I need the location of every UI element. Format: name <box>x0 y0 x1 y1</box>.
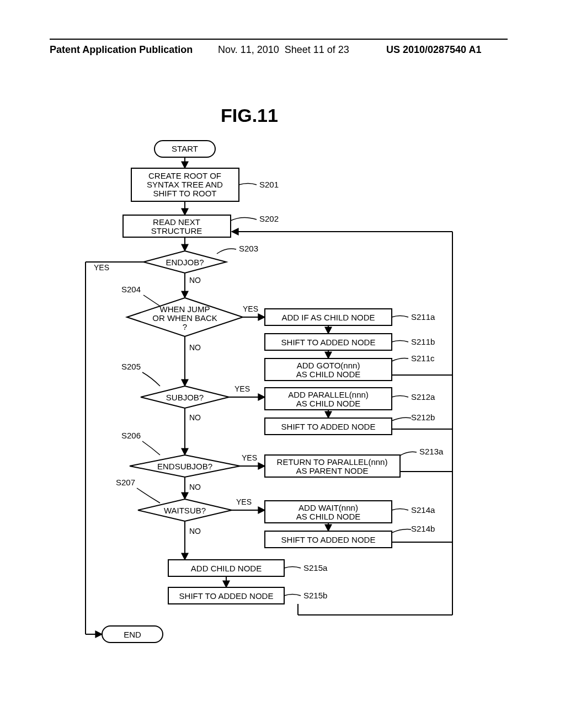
svg-text:ADD IF AS CHILD NODE: ADD IF AS CHILD NODE <box>281 313 375 322</box>
yes-s205: YES <box>234 384 250 393</box>
no-s204: NO <box>189 343 201 352</box>
yes-s206: YES <box>242 453 257 462</box>
svg-text:ADD CHILD NODE: ADD CHILD NODE <box>191 564 262 573</box>
svg-text:AS CHILD NODE: AS CHILD NODE <box>296 399 361 408</box>
svg-text:ADD GOTO(nnn): ADD GOTO(nnn) <box>297 361 360 370</box>
svg-text:ADD WAIT(nnn): ADD WAIT(nnn) <box>299 503 358 512</box>
svg-text:STRUCTURE: STRUCTURE <box>151 226 202 235</box>
label-s211b: S211b <box>411 337 435 346</box>
svg-text:ENDSUBJOB?: ENDSUBJOB? <box>157 462 212 471</box>
no-s207: NO <box>189 527 201 536</box>
label-s204: S204 <box>121 285 141 294</box>
svg-text:SHIFT TO ADDED NODE: SHIFT TO ADDED NODE <box>281 338 376 347</box>
svg-text:SUBJOB?: SUBJOB? <box>166 393 204 402</box>
svg-text:AS CHILD NODE: AS CHILD NODE <box>296 370 361 379</box>
svg-text:SHIFT TO ADDED NODE: SHIFT TO ADDED NODE <box>281 422 376 431</box>
svg-text:WAITSUB?: WAITSUB? <box>164 506 206 515</box>
yes-s204: YES <box>243 304 258 313</box>
no-s205: NO <box>189 413 201 422</box>
svg-text:ENDJOB?: ENDJOB? <box>166 258 204 267</box>
svg-text:WHEN JUMP: WHEN JUMP <box>160 304 210 314</box>
svg-text:AS PARENT NODE: AS PARENT NODE <box>296 466 368 475</box>
label-s207: S207 <box>116 478 135 487</box>
svg-text:OR WHEN BACK: OR WHEN BACK <box>152 313 217 323</box>
label-s211c: S211c <box>411 354 435 363</box>
label-s214b: S214b <box>411 524 435 533</box>
start-label: START <box>172 144 198 153</box>
no-s206: NO <box>189 483 201 491</box>
svg-text:SHIFT TO ADDED NODE: SHIFT TO ADDED NODE <box>179 591 274 601</box>
end-label: END <box>124 630 141 639</box>
svg-text:AS CHILD NODE: AS CHILD NODE <box>296 512 361 521</box>
svg-text:READ NEXT: READ NEXT <box>153 217 200 227</box>
svg-text:SYNTAX TREE AND: SYNTAX TREE AND <box>147 180 223 189</box>
label-s206: S206 <box>121 431 141 440</box>
label-s211a: S211a <box>411 312 435 322</box>
label-s212a: S212a <box>411 392 435 402</box>
label-s201: S201 <box>259 180 279 189</box>
svg-text:?: ? <box>183 322 187 331</box>
svg-text:CREATE ROOT OF: CREATE ROOT OF <box>148 171 221 180</box>
yes-s203: YES <box>94 263 109 272</box>
label-s215a: S215a <box>303 563 328 572</box>
label-s213a: S213a <box>419 447 444 456</box>
no-s203: NO <box>189 276 201 285</box>
label-s202: S202 <box>259 214 279 223</box>
label-s214a: S214a <box>411 505 435 515</box>
yes-s207: YES <box>236 497 252 506</box>
flowchart: START CREATE ROOT OF SYNTAX TREE AND SHI… <box>0 0 565 728</box>
label-s205: S205 <box>121 362 141 371</box>
svg-text:ADD PARALLEL(nnn): ADD PARALLEL(nnn) <box>288 390 369 399</box>
label-s215b: S215b <box>303 591 327 600</box>
svg-text:SHIFT TO ADDED NODE: SHIFT TO ADDED NODE <box>281 535 376 544</box>
svg-text:SHIFT TO ROOT: SHIFT TO ROOT <box>153 189 216 198</box>
label-s212b: S212b <box>411 413 435 422</box>
label-s203: S203 <box>239 244 258 253</box>
svg-text:RETURN TO PARALLEL(nnn): RETURN TO PARALLEL(nnn) <box>277 457 388 467</box>
